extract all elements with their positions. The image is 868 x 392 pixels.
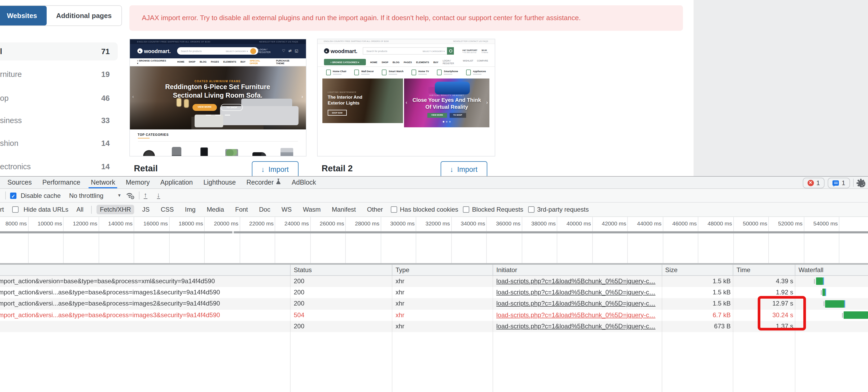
sidebar-item-rniture[interactable]: rniture19: [0, 65, 118, 83]
filter-type-manifest[interactable]: Manifest: [329, 205, 359, 214]
disable-cache-checkbox[interactable]: ✓: [10, 192, 17, 199]
category-label: shion: [0, 139, 18, 147]
menu-item-buy: BUY: [433, 61, 438, 63]
column-header-status[interactable]: Status: [290, 265, 392, 275]
timeline-tick-label: 32000 ms: [416, 217, 451, 231]
filter-type-media[interactable]: Media: [204, 205, 227, 214]
login-register-label: LOGIN / REGISTER: [258, 48, 279, 54]
sidebar-item-l[interactable]: l71: [0, 42, 118, 60]
filter-type-font[interactable]: Font: [232, 205, 251, 214]
column-header-size[interactable]: Size: [662, 265, 733, 275]
filter-type-doc[interactable]: Doc: [256, 205, 274, 214]
devtools-tab-performance[interactable]: Performance: [37, 176, 86, 188]
throttling-select[interactable]: No throttling ▼: [69, 192, 121, 199]
initiator-link[interactable]: load-scripts.php?c=1&load%5Bchunk_0%5D=j…: [496, 277, 655, 284]
initiator-link[interactable]: load-scripts.php?c=1&load%5Bchunk_0%5D=j…: [496, 289, 655, 296]
category-home-chair: Home Chair: [326, 69, 346, 75]
divider: [0, 263, 868, 265]
initiator-link[interactable]: load-scripts.php?c=1&load%5Bchunk_0%5D=j…: [496, 311, 655, 319]
column-header-waterfall[interactable]: Waterfall: [795, 265, 868, 275]
error-count-badge[interactable]: ✕ 1: [803, 177, 825, 188]
filter-type-fetch-xhr[interactable]: Fetch/XHR: [97, 205, 134, 214]
filter-type-js[interactable]: JS: [139, 205, 153, 214]
column-header-time[interactable]: Time: [733, 265, 795, 275]
preview-topbar: ENGLISH COUNTRY FREE SHIPPING FOR ALL OR…: [130, 39, 306, 44]
category-icon: [411, 69, 416, 75]
column-header-name[interactable]: [0, 265, 290, 275]
filter-checkbox-3rd-party-requests[interactable]: 3rd-party requests: [528, 206, 589, 213]
filter-type-all[interactable]: All: [73, 205, 87, 214]
initiator-link[interactable]: load-scripts.php?c=1&load%5Bchunk_0%5D=j…: [496, 300, 655, 307]
devtools-tab-adblock[interactable]: AdBlock: [286, 176, 321, 188]
timeline-tick-label: 12000 ms: [63, 217, 98, 231]
request-size: 1.5 kB: [662, 276, 733, 287]
filter-type-css[interactable]: CSS: [157, 205, 177, 214]
request-row[interactable]: mport_action&version=base&type=base&proc…: [0, 276, 868, 287]
waterfall-latency-bar: [844, 300, 845, 308]
checkbox[interactable]: [528, 206, 534, 213]
sidebar-item-siness[interactable]: siness33: [0, 111, 118, 129]
preview-nav-right: LOGIN / REGISTER WISHLIST COMPARE: [443, 59, 488, 65]
search-button-icon: [251, 48, 256, 54]
import-button-retail2[interactable]: ↓ Import: [440, 161, 487, 176]
devtools-tab-lighthouse[interactable]: Lighthouse: [198, 176, 241, 188]
checkbox[interactable]: [463, 206, 469, 213]
filter-type-wasm[interactable]: Wasm: [300, 205, 324, 214]
to-shop-button: TO SHOP: [221, 104, 243, 111]
import-button-retail[interactable]: ↓ Import: [252, 161, 298, 176]
timeline-tick-label: 22000 ms: [239, 217, 275, 231]
disable-cache-label[interactable]: Disable cache: [21, 192, 61, 199]
hide-data-urls-checkbox[interactable]: [12, 206, 19, 213]
filter-type-img[interactable]: Img: [182, 205, 199, 214]
timeline-ruler: 8000 ms10000 ms12000 ms14000 ms16000 ms1…: [0, 217, 839, 231]
filter-type-other[interactable]: Other: [364, 205, 386, 214]
checkbox[interactable]: [391, 206, 397, 213]
request-row[interactable]: mport_action&versi...ase&type=base&proce…: [0, 287, 868, 298]
filter-checkbox-blocked-requests[interactable]: Blocked Requests: [463, 206, 523, 213]
request-status: 200: [290, 287, 392, 298]
filter-checkbox-has-blocked-cookies[interactable]: Has blocked cookies: [391, 206, 458, 213]
sidebar-item-ectronics[interactable]: ectronics14: [0, 157, 118, 175]
devtools-tab-sources[interactable]: Sources: [2, 176, 37, 188]
devtools-tab-network[interactable]: Network: [86, 176, 121, 188]
waterfall-download-bar: [816, 277, 823, 285]
column-header-initiator[interactable]: Initiator: [493, 265, 662, 275]
devtools-tab-recorder[interactable]: Recorder: [241, 176, 287, 188]
view-tab-additional-pages[interactable]: Additional pages: [46, 6, 121, 26]
hide-data-urls-label[interactable]: Hide data URLs: [24, 206, 68, 213]
tab-label: Recorder: [247, 179, 274, 186]
preview-menu: HOMESHOPBLOGPAGESELEMENTSBUY: [370, 61, 438, 63]
waterfall-wait-tick: [824, 302, 825, 306]
sidebar-item-op[interactable]: op46: [0, 89, 118, 107]
filter-type-ws[interactable]: WS: [278, 205, 295, 214]
devtools-tab-memory[interactable]: Memory: [121, 176, 155, 188]
special-offer-label: SPECIAL OFFER: [250, 59, 269, 64]
devtools-tab-application[interactable]: Application: [155, 176, 198, 188]
column-header-type[interactable]: Type: [392, 265, 493, 275]
import-har-icon[interactable]: ↑: [144, 192, 147, 199]
network-overview[interactable]: 8000 ms10000 ms12000 ms14000 ms16000 ms1…: [0, 217, 868, 265]
flask-icon: [276, 179, 281, 186]
request-row[interactable]: mport_action&versi...ase&type=base&proce…: [0, 309, 868, 321]
network-conditions-icon[interactable]: [126, 191, 135, 200]
request-row[interactable]: mport_action&versi...ase&type=base&proce…: [0, 298, 868, 310]
sidebar-item-shion[interactable]: shion14: [0, 134, 118, 152]
overview-filmstrip[interactable]: [0, 233, 868, 263]
request-row[interactable]: 200xhrload-scripts.php?c=1&load%5Bchunk_…: [0, 321, 868, 332]
tab-label: Lighthouse: [203, 179, 236, 186]
error-icon: ✕: [807, 180, 814, 186]
request-size: 6.7 kB: [662, 309, 733, 321]
view-tab-websites[interactable]: Websites: [0, 6, 46, 26]
category-icon: [326, 69, 331, 75]
network-filter-bar: rtHide data URLsAllFetch/XHRJSCSSImgMedi…: [0, 203, 868, 217]
category-name: Home Chair: [333, 70, 346, 73]
initiator-link[interactable]: load-scripts.php?c=1&load%5Bchunk_0%5D=j…: [496, 323, 655, 330]
overview-drag-bar[interactable]: [0, 231, 868, 233]
vr-headset-decor: [435, 82, 470, 94]
request-status: 200: [290, 276, 392, 287]
message-count-badge[interactable]: 1: [828, 177, 850, 188]
settings-gear-icon[interactable]: [857, 179, 865, 187]
timeline-tick-label: 36000 ms: [486, 217, 522, 231]
export-har-icon[interactable]: ↓: [157, 192, 160, 199]
view-more-button: VIEW MORE: [192, 104, 217, 111]
